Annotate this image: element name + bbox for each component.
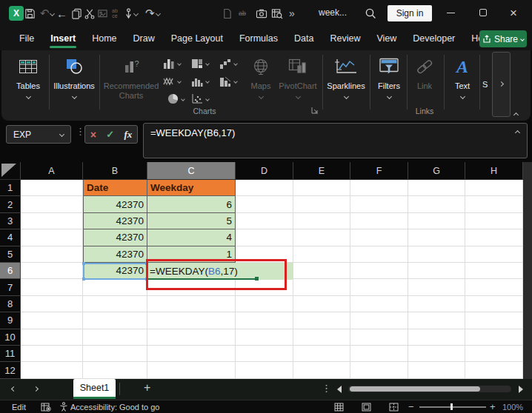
cell-C8[interactable]: [147, 296, 236, 312]
sign-in-button[interactable]: Sign in: [388, 5, 432, 21]
cell-H7[interactable]: [465, 279, 523, 295]
cell-G8[interactable]: [408, 296, 465, 312]
cell-B4[interactable]: 42370: [83, 229, 147, 246]
row-header-3[interactable]: 3: [0, 213, 21, 229]
row-header-10[interactable]: 10: [0, 329, 21, 346]
cell-F5[interactable]: [350, 246, 408, 263]
illustrations-button[interactable]: Illustrations: [50, 53, 98, 100]
cell-G12[interactable]: [408, 362, 465, 378]
col-header-A[interactable]: A: [21, 162, 83, 179]
cell-F11[interactable]: [350, 346, 408, 362]
cell-D11[interactable]: [236, 346, 293, 362]
row-header-6[interactable]: 6: [0, 263, 21, 279]
cell-D12[interactable]: [236, 362, 293, 378]
vertical-scrollbar[interactable]: [523, 162, 532, 379]
scroll-left-icon[interactable]: [337, 386, 342, 393]
menu-item-data[interactable]: Data: [286, 27, 322, 50]
cell-C4[interactable]: 4: [147, 229, 236, 246]
cell-B7[interactable]: [83, 279, 147, 295]
cell-D2[interactable]: [236, 196, 293, 212]
cell-C12[interactable]: [147, 362, 236, 378]
cell-C11[interactable]: [147, 346, 236, 362]
cancel-icon[interactable]: ×: [90, 129, 96, 141]
cell-H9[interactable]: [465, 312, 523, 329]
cell-F12[interactable]: [350, 362, 408, 378]
insert-pie-chart-button[interactable]: [167, 93, 184, 104]
menu-item-draw[interactable]: Draw: [125, 27, 163, 50]
insert-column-chart-button[interactable]: [163, 58, 181, 69]
col-header-B[interactable]: B: [83, 162, 147, 179]
cell-B3[interactable]: 42370: [83, 213, 147, 229]
cell-H1[interactable]: [465, 180, 523, 196]
enter-icon[interactable]: ✓: [106, 129, 114, 140]
cell-G5[interactable]: [408, 246, 465, 263]
zoom-level[interactable]: 100%: [502, 400, 523, 413]
cell-G3[interactable]: [408, 213, 465, 229]
macro-record-icon[interactable]: [41, 400, 51, 413]
more-commands-icon[interactable]: »: [289, 6, 295, 21]
cell-D4[interactable]: [236, 229, 293, 246]
insert-line-chart-button[interactable]: [163, 76, 181, 86]
normal-view-icon[interactable]: [334, 400, 344, 413]
insert-hierarchy-chart-button[interactable]: [191, 58, 209, 69]
search-icon[interactable]: [365, 6, 376, 21]
col-header-G[interactable]: G: [408, 162, 465, 179]
cell-B9[interactable]: [83, 312, 147, 329]
menu-item-file[interactable]: File: [11, 27, 42, 50]
excel-logo-icon[interactable]: X: [9, 6, 24, 21]
filters-button[interactable]: Filters: [371, 53, 407, 100]
cell-G9[interactable]: [408, 312, 465, 329]
close-button[interactable]: ×: [510, 5, 517, 21]
cell-E7[interactable]: [293, 279, 350, 295]
sheet-options-icon[interactable]: ⋮: [322, 383, 331, 394]
col-header-H[interactable]: H: [465, 162, 523, 179]
cell-D3[interactable]: [236, 213, 293, 229]
next-sheet-button[interactable]: [33, 386, 39, 392]
sheet-tab-sheet1[interactable]: Sheet1: [73, 379, 116, 399]
copy-icon[interactable]: [71, 6, 82, 21]
cell-B10[interactable]: [83, 329, 147, 346]
menu-item-home[interactable]: Home: [84, 27, 124, 50]
horizontal-scrollbar-track[interactable]: [348, 386, 511, 392]
insert-waterfall-chart-button[interactable]: [219, 58, 237, 69]
touch-mode-icon[interactable]: [124, 6, 133, 21]
cell-G11[interactable]: [408, 346, 465, 362]
find-in-sheet-icon[interactable]: [271, 6, 283, 21]
cell-A1[interactable]: [21, 180, 83, 196]
cell-A7[interactable]: [21, 279, 83, 295]
cell-H3[interactable]: [465, 213, 523, 229]
col-header-C[interactable]: C: [147, 162, 236, 179]
cell-F3[interactable]: [350, 213, 408, 229]
cell-F7[interactable]: [350, 279, 408, 295]
save-icon[interactable]: [24, 6, 36, 21]
cell-B12[interactable]: [83, 362, 147, 378]
cell-E3[interactable]: [293, 213, 350, 229]
add-sheet-button[interactable]: +: [144, 381, 150, 394]
formula-input[interactable]: =WEEKDAY(B6,17): [143, 123, 528, 158]
cell-B8[interactable]: [83, 296, 147, 312]
cell-F2[interactable]: [350, 196, 408, 212]
tables-button[interactable]: Tables: [7, 53, 49, 100]
cell-F9[interactable]: [350, 312, 408, 329]
cell-A9[interactable]: [21, 312, 83, 329]
cell-C1[interactable]: Weekday: [147, 180, 236, 196]
cell-F1[interactable]: [350, 180, 408, 196]
scroll-right-icon[interactable]: [519, 386, 523, 393]
cell-C9[interactable]: [147, 312, 236, 329]
charts-dialog-launcher-icon[interactable]: [311, 107, 319, 114]
cell-E4[interactable]: [293, 229, 350, 246]
cell-E9[interactable]: [293, 312, 350, 329]
cell-G4[interactable]: [408, 229, 465, 246]
cell-D9[interactable]: [236, 312, 293, 329]
maximize-button[interactable]: [479, 9, 487, 16]
cut-icon[interactable]: [84, 6, 95, 21]
menu-item-formulas[interactable]: Formulas: [231, 27, 286, 50]
cell-E8[interactable]: [293, 296, 350, 312]
new-file-icon[interactable]: [222, 6, 232, 21]
cell-A5[interactable]: [21, 246, 83, 263]
paste-picture-icon[interactable]: [97, 6, 108, 21]
cell-F8[interactable]: [350, 296, 408, 312]
insert-funnel-chart-button[interactable]: [219, 76, 237, 87]
cell-C10[interactable]: [147, 329, 236, 346]
previous-sheet-button[interactable]: [11, 386, 16, 392]
